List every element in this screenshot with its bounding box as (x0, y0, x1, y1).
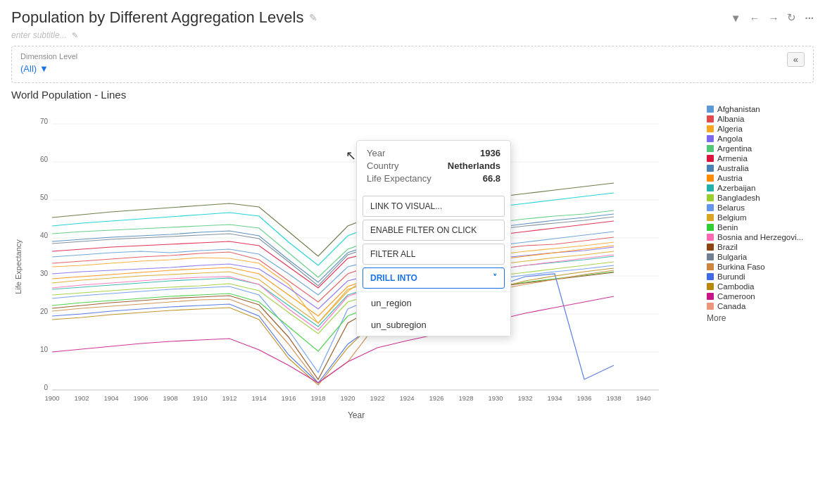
tooltip-popup: Year 1936 Country Netherlands Life Expec… (356, 140, 511, 336)
legend-color-swatch (707, 253, 714, 260)
tooltip-country-row: Country Netherlands (367, 160, 500, 171)
svg-text:1908: 1908 (163, 394, 177, 402)
legend-item[interactable]: Bosnia and Herzegovi... (707, 233, 814, 241)
legend-item[interactable]: Cameroon (707, 292, 814, 301)
legend-color-swatch (707, 184, 714, 191)
svg-text:1916: 1916 (281, 394, 296, 402)
legend-color-swatch (707, 263, 714, 270)
svg-text:1926: 1926 (429, 394, 443, 402)
legend-item[interactable]: Angola (707, 134, 814, 143)
legend-label: Azerbaijan (717, 184, 755, 192)
legend-color-swatch (707, 303, 714, 310)
forward-icon[interactable]: → (768, 12, 779, 24)
svg-text:50: 50 (40, 194, 49, 201)
legend-color-swatch (707, 155, 714, 162)
y-axis-label: Life Expectancy (14, 239, 23, 294)
svg-text:1930: 1930 (488, 394, 503, 402)
svg-text:1910: 1910 (192, 394, 207, 402)
legend-label: Armenia (717, 154, 748, 163)
legend-color-swatch (707, 293, 714, 300)
legend-label: Burundi (717, 272, 745, 281)
svg-text:1904: 1904 (103, 394, 118, 402)
drill-into-button[interactable]: DRILL INTO ˅ (363, 267, 505, 289)
svg-text:1924: 1924 (399, 394, 414, 402)
legend-item[interactable]: Burundi (707, 272, 814, 281)
legend-item[interactable]: Brazil (707, 243, 814, 251)
legend-label: Cameroon (717, 292, 755, 301)
legend-label: Albania (717, 115, 744, 123)
filter-icon[interactable]: ▼ (731, 12, 741, 24)
legend-item[interactable]: Austria (707, 174, 814, 182)
legend-color-swatch (707, 106, 714, 113)
legend-label: Afghanistan (717, 105, 760, 113)
tooltip-country-value: Netherlands (448, 160, 500, 171)
legend-item[interactable]: Burkina Faso (707, 263, 814, 271)
link-to-visual-button[interactable]: LINK TO VISUAL... (363, 196, 505, 217)
svg-text:1940: 1940 (636, 394, 650, 402)
legend-item[interactable]: Armenia (707, 154, 814, 163)
legend-item[interactable]: Algeria (707, 125, 814, 133)
legend-item[interactable]: Benin (707, 223, 814, 232)
svg-text:1918: 1918 (310, 394, 325, 402)
legend-item[interactable]: Canada (707, 302, 814, 310)
legend-item[interactable]: Argentina (707, 144, 814, 153)
legend-item[interactable]: Albania (707, 115, 814, 123)
legend-label: Algeria (717, 125, 743, 133)
legend-item[interactable]: Cambodia (707, 282, 814, 291)
legend-color-swatch (707, 175, 714, 182)
legend-color-swatch (707, 194, 714, 201)
legend-item[interactable]: Australia (707, 164, 814, 172)
legend-item[interactable]: Bangladesh (707, 194, 814, 202)
svg-text:Year: Year (348, 410, 365, 420)
svg-text:10: 10 (40, 346, 49, 353)
svg-text:70: 70 (40, 118, 49, 125)
legend-item[interactable]: Bulgaria (707, 253, 814, 261)
subtitle-text[interactable]: enter subtitle... (11, 30, 67, 40)
drill-options: un_region un_subregion (357, 291, 510, 336)
subtitle-edit-icon[interactable]: ✎ (72, 31, 78, 39)
legend-color-swatch (707, 273, 714, 280)
drill-into-label: DRILL INTO (370, 273, 417, 283)
collapse-filter-button[interactable]: « (787, 52, 805, 67)
legend-label: Angola (717, 134, 743, 143)
legend-color-swatch (707, 145, 714, 152)
drill-option-un-region[interactable]: un_region (357, 292, 510, 314)
legend-label: Australia (717, 164, 749, 172)
filter-value[interactable]: (All) ▼ (20, 63, 49, 74)
header-left: Population by Different Aggregation Leve… (11, 8, 317, 27)
tooltip-info: Year 1936 Country Netherlands Life Expec… (357, 141, 510, 193)
refresh-icon[interactable]: ↻ (787, 11, 796, 24)
title-edit-icon[interactable]: ✎ (309, 12, 317, 23)
tooltip-country-label: Country (367, 160, 399, 171)
legend-color-swatch (707, 244, 714, 251)
enable-filter-on-click-button[interactable]: ENABLE FILTER ON CLICK (363, 220, 505, 241)
svg-text:1922: 1922 (370, 394, 384, 402)
tooltip-year-label: Year (367, 148, 385, 158)
legend-more-link[interactable]: More (707, 313, 814, 323)
more-icon[interactable]: ··· (805, 12, 814, 24)
filter-all-button[interactable]: FILTER ALL (363, 244, 505, 265)
svg-text:60: 60 (40, 156, 49, 163)
legend-label: Canada (717, 302, 745, 310)
filter-dropdown-icon[interactable]: ▼ (39, 63, 49, 74)
svg-text:20: 20 (40, 308, 49, 315)
svg-text:1938: 1938 (606, 394, 621, 402)
header: Population by Different Aggregation Leve… (0, 0, 825, 30)
legend-item[interactable]: Belgium (707, 213, 814, 222)
drill-chevron-icon: ˅ (493, 273, 497, 283)
back-icon[interactable]: ← (749, 12, 760, 24)
legend-label: Benin (717, 223, 738, 232)
legend-color-swatch (707, 165, 714, 172)
dimension-level-label: Dimension Level (20, 52, 781, 61)
svg-text:1934: 1934 (547, 394, 562, 402)
legend-item[interactable]: Azerbaijan (707, 184, 814, 192)
svg-text:1936: 1936 (577, 394, 591, 402)
legend-item[interactable]: Afghanistan (707, 105, 814, 113)
legend-color-swatch (707, 135, 714, 142)
legend-color-swatch (707, 224, 714, 231)
drill-option-un-subregion[interactable]: un_subregion (357, 314, 510, 336)
tooltip-year-value: 1936 (480, 148, 500, 158)
legend-item[interactable]: Belarus (707, 203, 814, 212)
chart-container: Life Expectancy 0 10 20 30 40 50 60 70 (11, 105, 814, 431)
svg-text:1902: 1902 (74, 394, 89, 402)
